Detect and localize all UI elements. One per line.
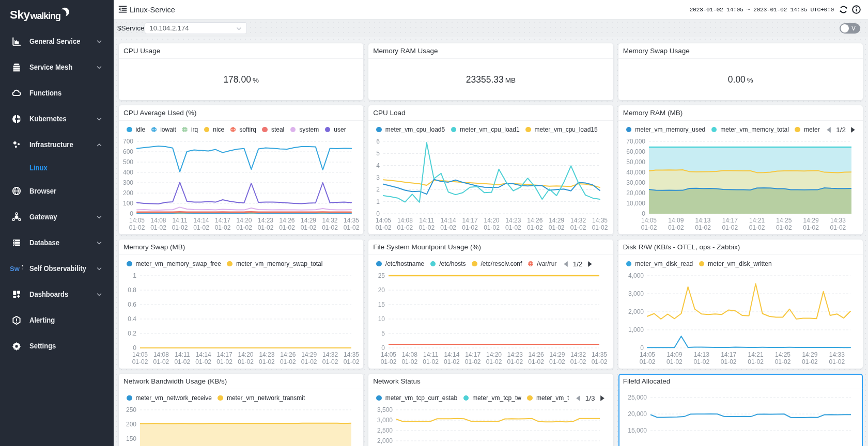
- svg-text:14:08: 14:08: [150, 217, 166, 224]
- svg-text:01-02: 01-02: [570, 358, 586, 365]
- svg-text:14:17: 14:17: [465, 351, 481, 358]
- svg-text:14:23: 14:23: [258, 217, 273, 224]
- svg-text:14:09: 14:09: [668, 217, 684, 224]
- svg-text:0.4: 0.4: [128, 315, 136, 323]
- svg-text:01-02: 01-02: [527, 224, 543, 231]
- svg-text:01-02: 01-02: [570, 224, 586, 231]
- svg-text:100: 100: [123, 200, 133, 207]
- svg-text:14:05: 14:05: [641, 217, 657, 224]
- svg-text:01-02: 01-02: [695, 224, 711, 231]
- svg-text:14:35: 14:35: [344, 351, 359, 358]
- svg-text:14:32: 14:32: [322, 351, 338, 358]
- svg-text:2,000: 2,000: [377, 437, 393, 444]
- svg-text:25: 25: [378, 272, 385, 279]
- svg-text:01-02: 01-02: [238, 358, 254, 365]
- svg-text:20,000: 20,000: [628, 410, 647, 418]
- svg-text:5: 5: [382, 330, 385, 337]
- svg-text:250: 250: [126, 406, 136, 413]
- svg-text:01-02: 01-02: [549, 224, 565, 231]
- svg-text:14:11: 14:11: [172, 217, 187, 224]
- svg-text:01-02: 01-02: [150, 224, 166, 231]
- svg-text:01-02: 01-02: [505, 224, 521, 231]
- svg-text:0: 0: [640, 344, 644, 352]
- svg-text:14:35: 14:35: [592, 217, 608, 224]
- svg-text:1,000: 1,000: [628, 326, 644, 333]
- svg-text:01-02: 01-02: [484, 224, 500, 231]
- svg-text:14:23: 14:23: [507, 351, 523, 358]
- svg-text:14:20: 14:20: [236, 217, 252, 224]
- svg-text:01-02: 01-02: [419, 224, 435, 231]
- svg-text:01-02: 01-02: [748, 358, 764, 365]
- svg-text:14:08: 14:08: [397, 217, 413, 224]
- svg-text:01-02: 01-02: [830, 224, 846, 231]
- svg-text:0: 0: [382, 344, 385, 352]
- svg-text:14:17: 14:17: [462, 217, 478, 224]
- svg-text:14:13: 14:13: [695, 217, 710, 224]
- svg-text:0: 0: [642, 210, 645, 217]
- svg-text:1: 1: [377, 198, 380, 205]
- svg-text:40,000: 40,000: [626, 169, 645, 176]
- svg-text:14:29: 14:29: [301, 217, 316, 224]
- svg-text:14:20: 14:20: [486, 351, 502, 358]
- svg-text:01-02: 01-02: [259, 358, 275, 365]
- svg-text:0.8: 0.8: [128, 286, 136, 294]
- svg-text:25,000: 25,000: [628, 394, 647, 401]
- svg-text:01-02: 01-02: [280, 358, 296, 365]
- svg-text:01-02: 01-02: [486, 358, 502, 365]
- svg-text:14:11: 14:11: [423, 351, 438, 358]
- svg-text:14:14: 14:14: [196, 351, 211, 358]
- svg-text:50,000: 50,000: [626, 158, 645, 166]
- svg-text:14:14: 14:14: [441, 217, 456, 224]
- svg-text:30,000: 30,000: [626, 179, 645, 186]
- svg-text:14:05: 14:05: [129, 217, 145, 224]
- svg-text:14:25: 14:25: [776, 217, 792, 224]
- svg-text:14:17: 14:17: [215, 217, 230, 224]
- svg-text:14:32: 14:32: [570, 217, 586, 224]
- svg-text:01-02: 01-02: [774, 358, 791, 365]
- svg-text:20: 20: [378, 286, 385, 294]
- svg-text:5: 5: [377, 150, 380, 157]
- svg-text:01-02: 01-02: [462, 224, 478, 231]
- svg-text:01-02: 01-02: [829, 358, 845, 365]
- svg-text:01-02: 01-02: [507, 358, 523, 365]
- svg-text:300: 300: [123, 179, 133, 186]
- svg-text:14:05: 14:05: [132, 351, 148, 358]
- svg-text:200: 200: [123, 189, 133, 197]
- svg-text:14:13: 14:13: [693, 351, 709, 358]
- svg-text:600: 600: [123, 148, 133, 155]
- svg-text:14:29: 14:29: [803, 217, 818, 224]
- svg-text:14:32: 14:32: [322, 217, 337, 224]
- svg-text:14:20: 14:20: [484, 217, 500, 224]
- svg-text:14:23: 14:23: [506, 217, 521, 224]
- svg-text:01-02: 01-02: [441, 224, 457, 231]
- svg-text:01-02: 01-02: [279, 224, 295, 231]
- svg-text:14:05: 14:05: [381, 351, 396, 358]
- svg-text:14:33: 14:33: [829, 351, 844, 358]
- svg-text:01-02: 01-02: [749, 224, 765, 231]
- svg-text:14:26: 14:26: [280, 351, 296, 358]
- svg-text:01-02: 01-02: [549, 358, 565, 365]
- svg-text:01-02: 01-02: [376, 224, 392, 231]
- svg-text:01-02: 01-02: [258, 224, 274, 231]
- svg-text:14:21: 14:21: [748, 351, 763, 358]
- svg-text:01-02: 01-02: [174, 358, 190, 365]
- svg-text:0: 0: [377, 210, 380, 217]
- svg-text:01-02: 01-02: [216, 358, 233, 365]
- svg-text:14:17: 14:17: [217, 351, 233, 358]
- svg-text:14:11: 14:11: [175, 351, 190, 358]
- svg-text:2,500: 2,500: [377, 427, 393, 434]
- svg-text:14:08: 14:08: [402, 351, 417, 358]
- svg-text:150: 150: [126, 435, 136, 442]
- svg-text:01-02: 01-02: [641, 224, 657, 231]
- svg-text:70,000: 70,000: [626, 138, 645, 145]
- svg-text:01-02: 01-02: [322, 224, 338, 231]
- svg-text:01-02: 01-02: [423, 358, 439, 365]
- svg-text:01-02: 01-02: [195, 358, 211, 365]
- svg-text:01-02: 01-02: [402, 358, 418, 365]
- svg-text:01-02: 01-02: [301, 224, 317, 231]
- svg-text:14:20: 14:20: [238, 351, 253, 358]
- svg-text:14:11: 14:11: [420, 217, 435, 224]
- svg-text:01-02: 01-02: [668, 224, 684, 231]
- svg-text:01-02: 01-02: [236, 224, 252, 231]
- svg-text:0: 0: [130, 210, 133, 217]
